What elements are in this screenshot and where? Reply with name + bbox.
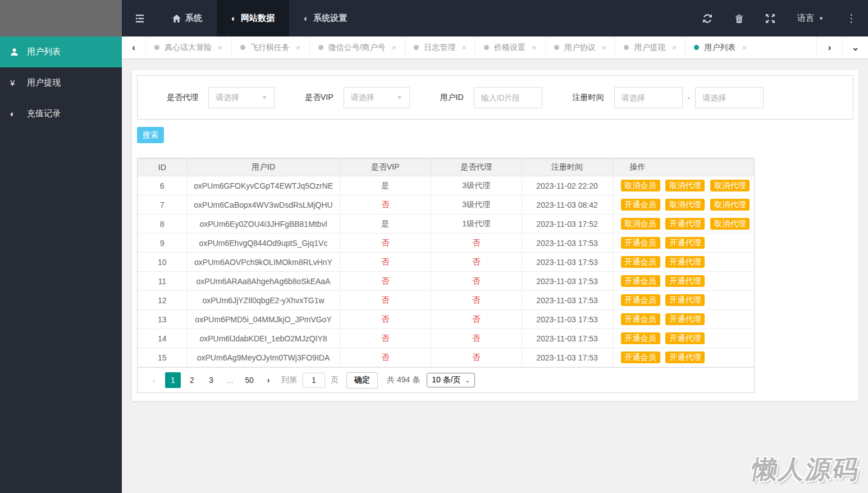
cancel-agent-button[interactable]: 取消代理 xyxy=(710,199,750,211)
cancel-agent-button[interactable]: 取消代理 xyxy=(710,218,750,230)
tab-dot-icon xyxy=(554,45,559,50)
open-member-button[interactable]: 开通会员 xyxy=(621,199,660,211)
tab-close-icon[interactable]: × xyxy=(742,43,747,52)
search-button[interactable]: 搜索 xyxy=(137,127,164,143)
cell-id: 6 xyxy=(138,176,187,195)
user-id-input[interactable] xyxy=(474,87,542,108)
tab-close-icon[interactable]: × xyxy=(462,43,467,52)
sidebar: 用户列表 ¥ 用户提现 ◐ 充值记录 xyxy=(0,0,122,493)
open-member-button[interactable]: 开通会员 xyxy=(621,256,660,268)
open-agent-button[interactable]: 开通代理 xyxy=(665,294,705,306)
open-agent-button[interactable]: 开通代理 xyxy=(665,352,705,363)
tab-user-list[interactable]: 用户列表 × xyxy=(685,36,755,58)
vip-select[interactable]: 请选择 ▼ xyxy=(344,87,410,108)
tab-dot-icon xyxy=(694,45,699,50)
yen-icon: ¥ xyxy=(10,78,24,88)
cancel-agent-button[interactable]: 取消代理 xyxy=(665,180,705,191)
cell-id: 14 xyxy=(138,329,187,348)
tab-close-icon[interactable]: × xyxy=(391,43,396,52)
cell-agent: 3级代理 xyxy=(431,176,522,195)
refresh-icon xyxy=(703,14,712,23)
sidebar-toggle-button[interactable] xyxy=(122,0,158,36)
tab-log-management[interactable]: 日志管理 × xyxy=(405,36,475,58)
tab-close-icon[interactable]: × xyxy=(532,43,537,52)
filter-vip-label: 是否VIP xyxy=(305,93,334,103)
nav-item-label: 系统 xyxy=(185,13,202,24)
cell-actions: 开通会员 开通代理 xyxy=(613,310,754,329)
table-row: 10 oxPUm6AOVPch9kOLIMOkm8RLvHnY 否 否 2023… xyxy=(138,253,754,272)
open-member-button[interactable]: 开通会员 xyxy=(621,313,660,325)
open-agent-button[interactable]: 开通代理 xyxy=(665,313,705,325)
page-button-50[interactable]: 50 xyxy=(241,372,257,388)
reg-time-start-input[interactable] xyxy=(614,87,683,108)
tabs-menu-button[interactable]: ⌄ xyxy=(842,36,868,58)
prev-page-button[interactable]: ‹ xyxy=(146,372,162,388)
agent-select[interactable]: 请选择 ▼ xyxy=(208,87,275,108)
cell-agent: 否 xyxy=(431,253,522,272)
open-agent-button[interactable]: 开通代理 xyxy=(665,275,705,287)
goto-page-input[interactable] xyxy=(303,373,325,388)
cell-reg-time: 2023-11-03 17:53 xyxy=(522,291,613,310)
tab-flight-chess[interactable]: 飞行棋任务 × xyxy=(231,36,309,58)
tab-close-icon[interactable]: × xyxy=(602,43,607,52)
refresh-button[interactable] xyxy=(692,0,723,36)
page-button-2[interactable]: 2 xyxy=(184,372,200,388)
cell-actions: 开通会员 开通代理 xyxy=(613,291,754,310)
cell-agent: 否 xyxy=(431,329,522,348)
sidebar-item-recharge-records[interactable]: ◐ 充值记录 xyxy=(0,98,122,129)
nav-item-system[interactable]: 系统 xyxy=(158,0,217,36)
reg-time-end-input[interactable] xyxy=(695,87,764,108)
tabs-scroll-right-button[interactable]: › xyxy=(816,36,842,58)
page-size-value: 10 条/页 xyxy=(432,375,460,385)
next-page-button[interactable]: › xyxy=(261,372,276,388)
tabs-scroll-left-button[interactable]: ‹ xyxy=(122,36,145,58)
tab-wechat-account[interactable]: 微信公号/商户号 × xyxy=(309,36,405,58)
sidebar-item-user-withdraw[interactable]: ¥ 用户提现 xyxy=(0,67,122,98)
open-member-button[interactable]: 开通会员 xyxy=(621,237,660,249)
navbar-spacer xyxy=(362,0,692,36)
home-icon xyxy=(172,15,181,22)
tab-close-icon[interactable]: × xyxy=(296,43,301,52)
open-agent-button[interactable]: 开通代理 xyxy=(665,237,705,249)
tab-close-icon[interactable]: × xyxy=(671,43,677,52)
open-agent-button[interactable]: 开通代理 xyxy=(665,332,705,344)
open-member-button[interactable]: 开通会员 xyxy=(621,352,660,363)
cancel-member-button[interactable]: 取消会员 xyxy=(621,180,660,191)
col-header-id: ID xyxy=(138,159,187,176)
language-dropdown[interactable]: 语言 ▼ xyxy=(786,0,835,36)
open-member-button[interactable]: 开通会员 xyxy=(621,275,660,287)
user-list-panel: 是否代理 请选择 ▼ 是否VIP 请选择 ▼ 用户ID 注册时间 xyxy=(132,70,858,401)
open-agent-button[interactable]: 开通代理 xyxy=(665,218,705,230)
tab-user-agreement[interactable]: 用户协议 × xyxy=(545,36,615,58)
clear-cache-button[interactable] xyxy=(723,0,755,36)
tab-price-settings[interactable]: 价格设置 × xyxy=(475,36,545,58)
nav-item-system-settings[interactable]: ◐ 系统设置 xyxy=(289,0,362,36)
page-size-select[interactable]: 10 条/页 ⌄ xyxy=(427,373,475,387)
cell-vip: 否 xyxy=(340,348,431,367)
tab-dot-icon xyxy=(154,45,159,50)
cell-user-id: oxPUm6CaBopx4WV3wDsdRsLMjQHU xyxy=(187,195,340,214)
tab-close-icon[interactable]: × xyxy=(218,43,223,52)
cell-user-id: oxPUm6GFOKyvCGpT4EWTJq5OzrNE xyxy=(187,176,340,195)
cancel-agent-button[interactable]: 取消代理 xyxy=(665,199,705,211)
chevron-right-icon: › xyxy=(828,42,832,53)
nav-item-site-data[interactable]: ◐ 网站数据 xyxy=(217,0,289,36)
open-agent-button[interactable]: 开通代理 xyxy=(665,256,705,268)
fullscreen-button[interactable] xyxy=(755,0,786,36)
open-member-button[interactable]: 开通会员 xyxy=(621,332,660,344)
col-header-vip: 是否VIP xyxy=(340,159,431,176)
confirm-page-button[interactable]: 确定 xyxy=(346,372,378,389)
tab-user-withdraw[interactable]: 用户提现 × xyxy=(615,36,685,58)
sidebar-item-user-list[interactable]: 用户列表 xyxy=(0,36,122,67)
trash-icon xyxy=(735,14,743,23)
more-menu-button[interactable]: ⋮ xyxy=(835,0,868,36)
page-button-1[interactable]: 1 xyxy=(165,372,181,388)
open-member-button[interactable]: 开通会员 xyxy=(621,294,660,306)
cancel-agent-button[interactable]: 取消代理 xyxy=(710,180,750,191)
half-circle-icon: ◐ xyxy=(231,14,236,22)
page-button-3[interactable]: 3 xyxy=(203,372,219,388)
cancel-member-button[interactable]: 取消会员 xyxy=(621,218,660,230)
cell-vip: 否 xyxy=(340,272,431,291)
tab-truth-or-dare[interactable]: 真心话大冒险 × xyxy=(145,36,231,58)
cell-actions: 开通会员 开通代理 xyxy=(613,234,754,253)
